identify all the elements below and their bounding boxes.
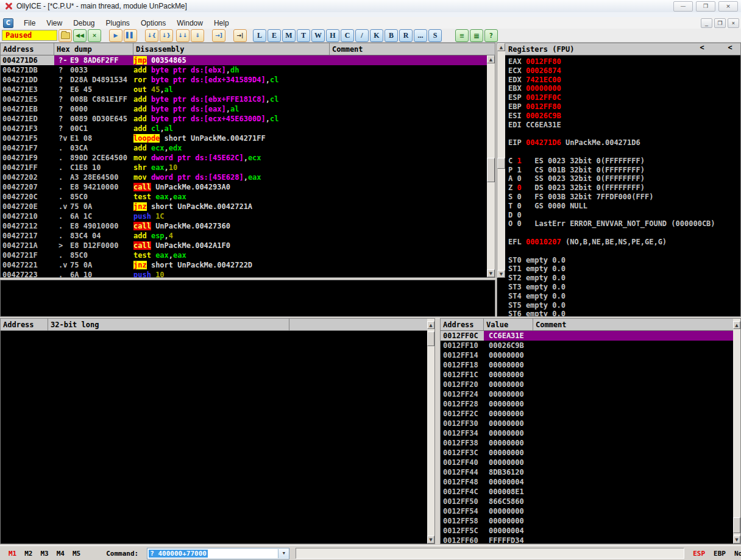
register-line[interactable]: P 1 CS 001B 32bit 0(FFFFFFFF): [508, 166, 740, 175]
register-line[interactable]: EBX 00000000: [508, 84, 740, 93]
disassembly-row[interactable]: 00427223.6A 10push 10: [1, 270, 488, 277]
help-button[interactable]: ?: [484, 29, 498, 42]
dump-scrollbar[interactable]: ▲ ▼: [427, 319, 434, 544]
appearance-button[interactable]: ▦: [470, 29, 483, 42]
toolbar-letter-button-dots[interactable]: ...: [414, 29, 427, 42]
disassembly-row[interactable]: 004271F7.03CAadd ecx,edx: [1, 143, 488, 153]
register-line[interactable]: EBP 0012FF80: [508, 102, 740, 112]
close-button[interactable]: ×: [718, 1, 738, 12]
register-line[interactable]: ST6 empty 0.0: [508, 310, 740, 316]
register-line[interactable]: ECX 00026874: [508, 66, 740, 76]
disassembly-row[interactable]: 004271F5?vE1 08loopde short UnPackMe.004…: [1, 133, 488, 143]
disassembly-row[interactable]: 004271F9.890D 2CE64500mov dword ptr ds:[…: [1, 153, 488, 163]
toolbar-letter-button-slash[interactable]: /: [355, 29, 369, 42]
scroll-up-icon[interactable]: ▲: [427, 321, 434, 329]
register-line[interactable]: ST5 empty 0.0: [508, 301, 740, 310]
toolbar-letter-button-h[interactable]: H: [326, 29, 339, 42]
register-line[interactable]: [508, 129, 740, 138]
scroll-up-icon[interactable]: ▲: [487, 55, 495, 63]
open-file-button[interactable]: [58, 29, 72, 42]
disassembly-row[interactable]: 0042721A>E8 D12F0000call UnPackMe.0042A1…: [1, 241, 488, 250]
m3-button[interactable]: M3: [41, 550, 49, 558]
register-line[interactable]: ST2 empty 0.0: [508, 274, 740, 283]
stack-row[interactable]: 0012FF1000026C9B: [441, 341, 733, 350]
stack-row[interactable]: 0012FF5C00000004: [441, 526, 733, 536]
register-line[interactable]: ST3 empty 0.0: [508, 283, 740, 292]
register-line[interactable]: A 0 SS 0023 32bit 0(FFFFFFFF): [508, 174, 740, 183]
disassembly-row[interactable]: 004271D6?-E9 8AD6F2FFjmp 00354865: [1, 55, 488, 65]
register-line[interactable]: EAX 0012FF80: [508, 57, 740, 66]
minimize-button[interactable]: —: [673, 1, 693, 12]
stack-row[interactable]: 0012FF1800000000: [441, 360, 733, 370]
chevron-down-icon[interactable]: ▼: [278, 549, 289, 558]
stack-row[interactable]: 0012FF1400000000: [441, 350, 733, 360]
disassembly-row[interactable]: 004271E5?008B C881E1FFadd byte ptr ds:[e…: [1, 94, 488, 104]
stack-row[interactable]: 0012FF1C00000000: [441, 370, 733, 380]
disassembly-row[interactable]: 004271EB?0000add byte ptr ds:[eax],al: [1, 104, 488, 114]
register-line[interactable]: ESP 0012FF0C: [508, 93, 740, 102]
disassembly-row[interactable]: 0042720C.85C0test eax,eax: [1, 192, 488, 202]
disassembly-row[interactable]: 00427217.83C4 04add esp,4: [1, 231, 488, 241]
restart-button[interactable]: ◀◀: [73, 29, 87, 42]
stack-row[interactable]: 0012FF2400000000: [441, 389, 733, 399]
mdi-minimize-button[interactable]: _: [701, 18, 712, 28]
register-line[interactable]: ST0 empty 0.0: [508, 256, 740, 265]
register-line[interactable]: ESI 00026C9B: [508, 112, 740, 121]
stack-scrollbar[interactable]: ▲ ▼: [733, 319, 740, 544]
disassembly-row[interactable]: 0042721F.85C0test eax,eax: [1, 250, 488, 260]
mdi-close-button[interactable]: ×: [728, 18, 739, 28]
mdi-restore-button[interactable]: ❐: [714, 18, 726, 28]
registers-scrollbar[interactable]: ▲ ▼: [497, 43, 505, 278]
stack-row[interactable]: 0012FF5800000000: [441, 516, 733, 526]
stack-row[interactable]: 0012FF0CCC6EA31E: [441, 331, 733, 341]
stack-row[interactable]: 0012FF4C000008E1: [441, 487, 733, 497]
pause-button[interactable]: ▌▌: [124, 29, 137, 42]
register-line[interactable]: EFL 00010207 (NO,B,NE,BE,NS,PE,GE,G): [508, 238, 740, 247]
register-line[interactable]: EDI CC6EA31E: [508, 121, 740, 130]
menu-item-help[interactable]: Help: [208, 17, 235, 29]
maximize-button[interactable]: ❐: [696, 1, 715, 12]
register-line[interactable]: ST1 empty 0.0: [508, 264, 740, 274]
scroll-down-icon[interactable]: ▼: [487, 269, 495, 277]
scrollbar-thumb[interactable]: [487, 158, 495, 182]
toolbar-letter-button-s[interactable]: S: [428, 29, 442, 42]
toolbar-letter-button-m[interactable]: M: [282, 29, 296, 42]
stack-row[interactable]: 0012FF3C00000000: [441, 448, 733, 458]
collapse-left-button[interactable]: <: [697, 43, 707, 55]
toolbar-letter-button-w[interactable]: W: [311, 29, 325, 42]
stack-row[interactable]: 0012FF3000000000: [441, 419, 733, 428]
collapse-right-button[interactable]: <: [725, 43, 736, 55]
command-input[interactable]: ? 400000+77000 ▼: [147, 548, 289, 559]
cpu-window-icon[interactable]: C: [3, 18, 13, 28]
scroll-up-icon[interactable]: ▲: [497, 43, 505, 51]
stack-row[interactable]: 0012FF3400000000: [441, 428, 733, 438]
disassembly-row[interactable]: 004271FF.C1E8 10shr eax,10: [1, 163, 488, 172]
register-line[interactable]: EIP 004271D6 UnPackMe.004271D6: [508, 138, 740, 147]
toolbar-letter-button-r[interactable]: R: [399, 29, 413, 42]
disassembly-row[interactable]: 00427221.v75 0Ajnz short UnPackMe.004272…: [1, 260, 488, 270]
m4-button[interactable]: M4: [57, 550, 65, 558]
run-button[interactable]: ▶: [109, 29, 122, 42]
toolbar-letter-button-e[interactable]: E: [268, 29, 281, 42]
stack-row[interactable]: 0012FF5400000000: [441, 506, 733, 516]
stack-row[interactable]: 0012FF2000000000: [441, 380, 733, 389]
animate-into-button[interactable]: ↓↓: [176, 29, 190, 42]
register-line[interactable]: D 0: [508, 211, 740, 220]
stack-row[interactable]: 0012FF2C00000000: [441, 409, 733, 419]
close-program-button[interactable]: ×: [88, 29, 101, 42]
toolbar-letter-button-k[interactable]: K: [370, 29, 383, 42]
breakpoint-list-button[interactable]: ≡: [455, 29, 469, 42]
stack-row[interactable]: 0012FF4000000000: [441, 458, 733, 467]
disassembly-row[interactable]: 004271DD?D28A D4891534ror byte ptr ds:[e…: [1, 75, 488, 85]
scroll-down-icon[interactable]: ▼: [497, 270, 505, 278]
disassembly-scrollbar[interactable]: ▲ ▼: [487, 55, 495, 277]
animate-over-button[interactable]: ⇓: [191, 29, 204, 42]
menu-item-plugins[interactable]: Plugins: [101, 17, 135, 29]
scrollbar-thumb[interactable]: [497, 158, 505, 169]
scroll-up-icon[interactable]: ▲: [733, 321, 740, 329]
dump-content[interactable]: [1, 331, 427, 544]
menu-item-view[interactable]: View: [41, 17, 68, 29]
step-into-button[interactable]: ↓{: [145, 29, 158, 42]
scrollbar-thumb[interactable]: [733, 517, 740, 533]
scroll-down-icon[interactable]: ▼: [733, 536, 740, 544]
